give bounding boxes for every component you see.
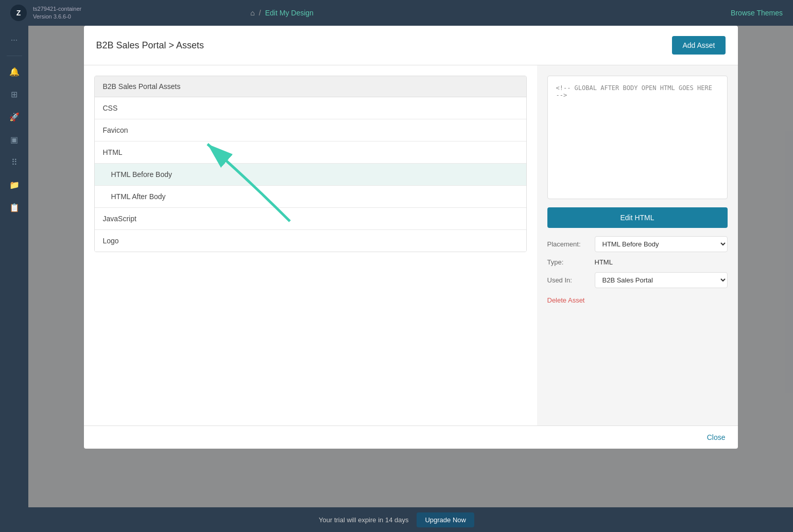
sidebar-icon-clipboard[interactable]: 📋 [5, 198, 24, 217]
list-item[interactable]: HTML After Body [95, 186, 526, 208]
placement-label: Placement: [547, 240, 589, 248]
breadcrumb: ⌂ / Edit My Design [250, 9, 731, 17]
sidebar-icon-view[interactable]: ▣ [5, 130, 24, 149]
close-button[interactable]: Close [707, 433, 726, 441]
main-layout: ··· 🔔 ⊞ 🚀 ▣ ⠿ 📁 📋 B2B Sales Portal > Ass… [0, 26, 793, 507]
code-preview: <!-- GLOBAL AFTER BODY OPEN HTML GOES HE… [547, 76, 728, 199]
edit-html-button[interactable]: Edit HTML [547, 207, 728, 228]
modal-title: B2B Sales Portal > Assets [96, 40, 204, 51]
type-value: HTML [595, 258, 613, 266]
add-asset-button[interactable]: Add Asset [672, 36, 725, 55]
list-item[interactable]: CSS [95, 97, 526, 119]
asset-detail-panel: <!-- GLOBAL AFTER BODY OPEN HTML GOES HE… [537, 65, 738, 425]
modal-header: B2B Sales Portal > Assets Add Asset [84, 26, 738, 65]
upgrade-now-button[interactable]: Upgrade Now [417, 512, 474, 527]
modal-footer: Close [84, 425, 738, 449]
sidebar-divider [7, 56, 22, 56]
app-logo[interactable]: Z [10, 5, 27, 21]
content-area: B2B Sales Portal > Assets Add Asset B2B … [28, 26, 793, 507]
type-row: Type: HTML [547, 258, 728, 266]
list-item[interactable]: Logo [95, 230, 526, 252]
list-item[interactable]: JavaScript [95, 208, 526, 230]
asset-list-header: B2B Sales Portal Assets [95, 76, 526, 97]
type-label: Type: [547, 258, 589, 266]
trial-bar: Your trial will expire in 14 days Upgrad… [0, 507, 793, 532]
used-in-select[interactable]: B2B Sales Portal Other Portal [595, 272, 728, 288]
sidebar-icon-dashboard[interactable]: ⊞ [5, 85, 24, 103]
delete-asset-button[interactable]: Delete Asset [547, 296, 728, 304]
sidebar-icon-folder[interactable]: 📁 [5, 175, 24, 194]
sidebar-icon-launch[interactable]: 🚀 [5, 108, 24, 126]
modal-body: B2B Sales Portal Assets CSS Favicon HTML… [84, 65, 738, 425]
breadcrumb-separator: / [259, 9, 261, 17]
list-item[interactable]: HTML Before Body [95, 164, 526, 186]
used-in-label: Used In: [547, 276, 589, 284]
breadcrumb-current: Edit My Design [265, 9, 314, 17]
list-item[interactable]: HTML [95, 141, 526, 164]
top-bar-left: Z ts279421-container Version 3.6.6-0 [10, 5, 250, 21]
browse-themes-button[interactable]: Browse Themes [731, 9, 783, 17]
modal: B2B Sales Portal > Assets Add Asset B2B … [84, 26, 738, 449]
placement-row: Placement: HTML Before Body HTML After B… [547, 236, 728, 252]
sidebar: ··· 🔔 ⊞ 🚀 ▣ ⠿ 📁 📋 [0, 26, 28, 507]
trial-text: Your trial will expire in 14 days [319, 516, 408, 524]
top-bar: Z ts279421-container Version 3.6.6-0 ⌂ /… [0, 0, 793, 26]
sidebar-icon-grid[interactable]: ⠿ [5, 153, 24, 171]
list-item[interactable]: Favicon [95, 119, 526, 141]
sidebar-icon-menu[interactable]: ··· [5, 31, 24, 49]
used-in-row: Used In: B2B Sales Portal Other Portal [547, 272, 728, 288]
placement-select[interactable]: HTML Before Body HTML After Body Head [595, 236, 728, 252]
sidebar-icon-notifications[interactable]: 🔔 [5, 62, 24, 81]
home-icon[interactable]: ⌂ [250, 9, 254, 17]
modal-overlay: B2B Sales Portal > Assets Add Asset B2B … [28, 26, 793, 507]
asset-list-panel: B2B Sales Portal Assets CSS Favicon HTML… [84, 65, 537, 425]
asset-list: B2B Sales Portal Assets CSS Favicon HTML… [94, 76, 527, 252]
app-info: ts279421-container Version 3.6.6-0 [33, 5, 81, 21]
properties-section: Placement: HTML Before Body HTML After B… [547, 236, 728, 288]
